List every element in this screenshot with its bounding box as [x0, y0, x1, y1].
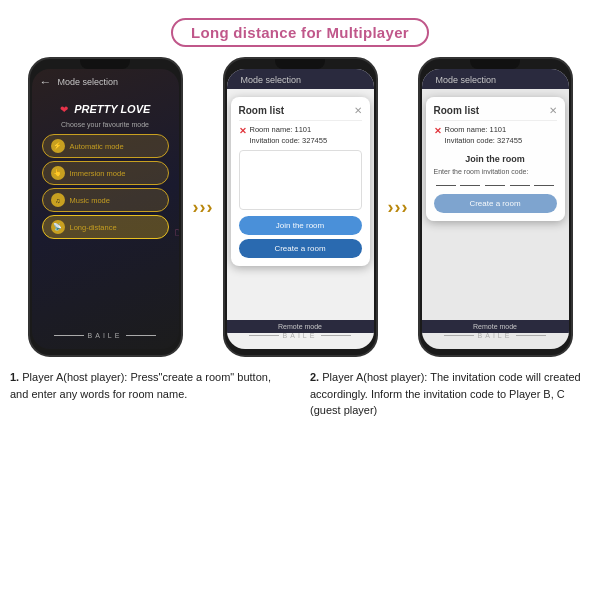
music-icon: ♫ — [51, 193, 65, 207]
phone-2-screen: Mode selection Room list ✕ ✕ Room name: … — [227, 69, 374, 349]
chevron-2c: › — [402, 198, 408, 216]
instruction-step-2: 2. Player A(host player): The invitation… — [310, 369, 590, 419]
room-item-2: ✕ Room name: 1101 Invitation code: 32745… — [239, 125, 362, 146]
modal-title-2: Room list — [239, 105, 285, 116]
room-list-modal-2: Room list ✕ ✕ Room name: 1101 Invitation… — [231, 97, 370, 266]
phone-3-topbar: Mode selection — [422, 69, 569, 89]
room-info-3: Room name: 1101 Invitation code: 327455 — [445, 125, 523, 146]
remote-mode-label-2: Remote mode — [278, 323, 322, 330]
step-2-text: Player A(host player): The invitation co… — [310, 371, 581, 416]
room-x-icon-3: ✕ — [434, 126, 442, 136]
auto-icon: ⚡ — [51, 139, 65, 153]
immersion-label: Immersion mode — [70, 169, 126, 178]
chevron-group-1: › › › — [193, 198, 213, 216]
inv-dash-3 — [485, 185, 505, 186]
phone-notch-1 — [80, 59, 130, 69]
phone-notch-2 — [275, 59, 325, 69]
auto-label: Automatic mode — [70, 142, 124, 151]
instruction-step-1: 1. Player A(host player): Press"create a… — [10, 369, 290, 419]
back-arrow-icon[interactable]: ← — [40, 75, 52, 89]
baile-label-3: BAILE — [478, 332, 513, 339]
phone-2: Mode selection Room list ✕ ✕ Room name: … — [223, 57, 378, 357]
modal-content-area-2 — [239, 150, 362, 210]
automatic-mode-btn[interactable]: ⚡ Automatic mode — [42, 134, 169, 158]
inv-dash-4 — [510, 185, 530, 186]
phone-2-title: Mode selection — [241, 75, 302, 85]
chevron-2a: › — [388, 198, 394, 216]
inv-dash-2 — [460, 185, 480, 186]
chevron-1c: › — [207, 198, 213, 216]
phone-3-brand: BAILE — [422, 332, 569, 339]
inv-dash-1 — [436, 185, 456, 186]
step-1-text: Player A(host player): Press"create a ro… — [10, 371, 271, 400]
logo-heart-icon: ❤ — [60, 104, 68, 115]
phone-1-brand: BAILE — [32, 332, 179, 339]
phone-3-screen: Mode selection Room list ✕ ✕ Room name: … — [422, 69, 569, 349]
join-room-btn-2[interactable]: Join the room — [239, 216, 362, 235]
longdist-icon: 📡 — [51, 220, 65, 234]
phone-notch-3 — [470, 59, 520, 69]
join-room-label-3: Join the room — [434, 154, 557, 164]
instructions-section: 1. Player A(host player): Press"create a… — [0, 357, 600, 419]
modal-close-3[interactable]: ✕ — [549, 105, 557, 116]
phone-2-brand: BAILE — [227, 332, 374, 339]
create-room-btn-2[interactable]: Create a room — [239, 239, 362, 258]
title-section: Long distance for Multiplayer — [0, 0, 600, 47]
logo-text: PRETTY LOVE — [74, 103, 150, 115]
line-left — [54, 335, 84, 336]
arrow-1: › › › — [183, 198, 223, 216]
phone-1-title: Mode selection — [58, 77, 119, 87]
invitation-input-3[interactable] — [434, 181, 557, 186]
modal-title-row-2: Room list ✕ — [239, 105, 362, 121]
room-name-3: Room name: 1101 — [445, 125, 523, 136]
tap-finger-icon: ☞ — [174, 225, 179, 240]
phone-1: ← Mode selection ❤ PRETTY LOVE Choose yo… — [28, 57, 183, 357]
inv-dash-5 — [534, 185, 554, 186]
brand-line-1: BAILE — [32, 332, 179, 339]
room-info-2: Room name: 1101 Invitation code: 327455 — [250, 125, 328, 146]
chevron-1a: › — [193, 198, 199, 216]
step-2-num: 2. — [310, 371, 319, 383]
room-name-2: Room name: 1101 — [250, 125, 328, 136]
phone-1-topbar: ← Mode selection — [32, 69, 179, 91]
modal-close-2[interactable]: ✕ — [354, 105, 362, 116]
immersion-mode-btn[interactable]: 👆 Immersion mode — [42, 161, 169, 185]
baile-label-1: BAILE — [88, 332, 123, 339]
music-label: Music mode — [70, 196, 110, 205]
chevron-2b: › — [395, 198, 401, 216]
page-title: Long distance for Multiplayer — [171, 18, 429, 47]
remote-mode-label-3: Remote mode — [473, 323, 517, 330]
immersion-icon: 👆 — [51, 166, 65, 180]
baile-label-2: BAILE — [283, 332, 318, 339]
invitation-prompt-3: Enter the room invitation code: — [434, 168, 557, 175]
invitation-code-3: Invitation code: 327455 — [445, 136, 523, 147]
choose-mode-text: Choose your favourite mode — [32, 121, 179, 128]
arrow-2: › › › — [378, 198, 418, 216]
phone-2-topbar: Mode selection — [227, 69, 374, 89]
phone-3: Mode selection Room list ✕ ✕ Room name: … — [418, 57, 573, 357]
room-item-3: ✕ Room name: 1101 Invitation code: 32745… — [434, 125, 557, 146]
modal-title-row-3: Room list ✕ — [434, 105, 557, 121]
phone-3-title: Mode selection — [436, 75, 497, 85]
room-list-modal-3: Room list ✕ ✕ Room name: 1101 Invitation… — [426, 97, 565, 221]
invitation-code-2: Invitation code: 327455 — [250, 136, 328, 147]
step-1-num: 1. — [10, 371, 19, 383]
long-distance-mode-btn[interactable]: 📡 Long-distance ☞ — [42, 215, 169, 239]
chevron-group-2: › › › — [388, 198, 408, 216]
music-mode-btn[interactable]: ♫ Music mode — [42, 188, 169, 212]
phones-container: ← Mode selection ❤ PRETTY LOVE Choose yo… — [0, 57, 600, 357]
pretty-love-logo: ❤ PRETTY LOVE — [32, 99, 179, 117]
create-room-btn-3[interactable]: Create a room — [434, 194, 557, 213]
longdist-label: Long-distance — [70, 223, 117, 232]
chevron-1b: › — [200, 198, 206, 216]
room-x-icon-2: ✕ — [239, 126, 247, 136]
modal-title-3: Room list — [434, 105, 480, 116]
phone-1-screen: ← Mode selection ❤ PRETTY LOVE Choose yo… — [32, 69, 179, 349]
line-right — [126, 335, 156, 336]
